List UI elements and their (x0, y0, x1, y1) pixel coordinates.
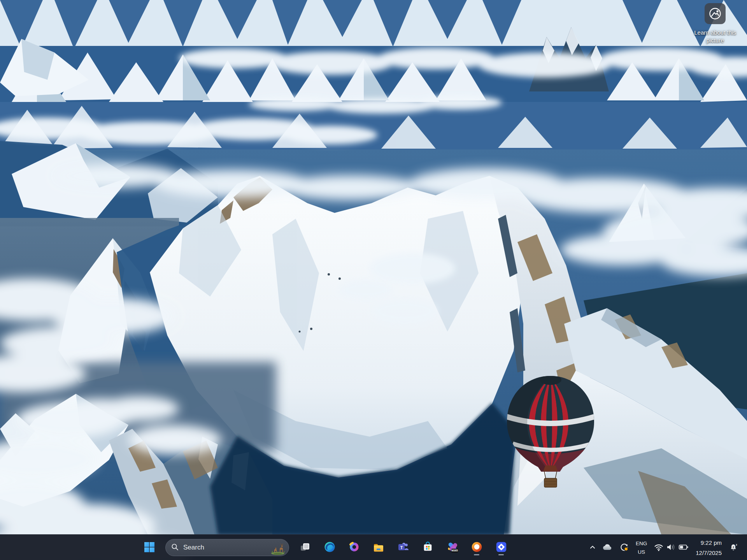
svg-text:z: z (733, 545, 734, 548)
wallpaper-svg (0, 0, 747, 560)
learn-about-picture-widget[interactable]: Learn about this picture (689, 3, 741, 44)
blue-diamond-app-icon (496, 541, 507, 554)
svg-text:T: T (400, 545, 403, 550)
teams-button[interactable]: T (395, 539, 412, 556)
volume-icon (666, 543, 676, 553)
m365-badge: M365 (451, 549, 458, 552)
do-not-disturb-bell-icon: z z (729, 542, 739, 553)
desktop[interactable]: Learn about this picture (0, 0, 747, 560)
search-icon (171, 543, 179, 552)
wifi-icon (654, 543, 663, 553)
m365-copilot-button[interactable]: M365 (444, 539, 461, 556)
file-explorer-button[interactable] (370, 539, 387, 556)
taskbar-search[interactable]: Search (165, 539, 289, 556)
taskbar-center-group: Search (141, 535, 510, 560)
update-restart-icon (619, 542, 629, 553)
microsoft-edge-icon (324, 541, 335, 554)
chevron-up-icon (590, 545, 595, 551)
onedrive-button[interactable] (600, 539, 615, 556)
file-explorer-icon (373, 541, 384, 554)
microsoft-store-icon (422, 541, 433, 554)
hidden-icons-button[interactable] (587, 539, 598, 556)
battery-icon (679, 543, 689, 553)
learn-about-picture-label: Learn about this picture (694, 29, 736, 44)
running-indicator (474, 554, 479, 555)
onedrive-cloud-icon (602, 543, 612, 552)
svg-text:z: z (736, 543, 737, 546)
orange-circle-app-icon (471, 541, 482, 554)
clock-time: 9:22 pm (701, 539, 722, 546)
orange-circle-app-button[interactable] (468, 539, 485, 556)
update-restart-button[interactable] (617, 539, 631, 556)
copilot-icon (349, 541, 360, 554)
picture-info-icon (705, 3, 726, 26)
windows-logo-icon (144, 542, 155, 554)
language-indicator[interactable]: ENG US (633, 539, 650, 556)
blue-diamond-app-button[interactable] (493, 539, 510, 556)
search-highlight-deer-image[interactable] (269, 540, 286, 555)
search-placeholder: Search (183, 544, 269, 551)
m365-copilot-icon: M365 (446, 541, 458, 554)
taskbar-tray: ENG US (587, 535, 747, 560)
microsoft-store-button[interactable] (419, 539, 436, 556)
quick-settings-button[interactable] (651, 539, 691, 556)
task-view-button[interactable] (296, 539, 314, 556)
language-line1: ENG (636, 541, 647, 546)
language-line2: US (638, 549, 645, 555)
start-button[interactable] (141, 539, 158, 556)
running-indicator (498, 554, 504, 555)
edge-button[interactable] (321, 539, 338, 556)
microsoft-teams-icon: T (398, 541, 409, 554)
copilot-button[interactable] (345, 539, 363, 556)
clock[interactable]: 9:22 pm 12/7/2025 (693, 539, 724, 556)
clock-date: 12/7/2025 (696, 549, 722, 556)
taskbar: Search (0, 534, 747, 560)
wallpaper-image (0, 0, 747, 560)
task-view-icon (300, 542, 310, 554)
notification-bell-button[interactable]: z z (726, 539, 742, 556)
